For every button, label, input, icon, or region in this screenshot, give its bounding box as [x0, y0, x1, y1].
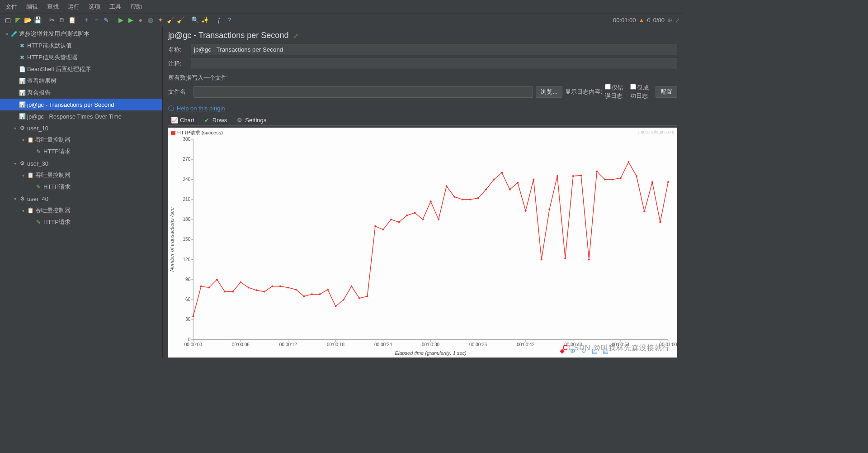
tree-item[interactable]: ▾ 📋 吞吐量控制器	[0, 134, 162, 146]
tree-item[interactable]: ✖ HTTP信息头管理器	[0, 52, 162, 63]
tree-icon: ✎	[34, 219, 42, 225]
search-icon[interactable]: 🔍	[191, 16, 199, 24]
tree-label: HTTP请求默认值	[26, 42, 72, 50]
svg-point-102	[620, 177, 622, 179]
tree-twisty[interactable]: ▾	[4, 32, 10, 37]
tree-label: HTTP请求	[42, 148, 71, 156]
tree-twisty[interactable]: ▾	[20, 208, 26, 213]
tree-item[interactable]: ▾ ⚙ user_10	[0, 122, 162, 134]
tree-item[interactable]: ▾ ⚙ user_40	[0, 193, 162, 205]
tree-twisty[interactable]: ▾	[12, 161, 18, 166]
tree-label: user_40	[26, 196, 48, 202]
warning-icon[interactable]: ▲	[639, 17, 645, 24]
tree-item[interactable]: ▾ 📋 吞吐量控制器	[0, 169, 162, 181]
config-button[interactable]: 配置	[656, 86, 677, 98]
file-input[interactable]	[193, 86, 533, 98]
cut-icon[interactable]: ✂	[48, 16, 56, 24]
plus-icon[interactable]: ＋	[82, 16, 90, 24]
tree-item[interactable]: 📊 jp@gc - Transactions per Second	[0, 99, 162, 110]
expand-panel-icon[interactable]: ⤢	[293, 32, 298, 39]
svg-point-89	[517, 182, 519, 184]
tree-icon: 📄	[18, 66, 26, 72]
play-icon[interactable]: ▶	[117, 16, 125, 24]
help-link[interactable]: Help on this plugin	[177, 105, 225, 112]
chart-btn-3[interactable]: ↻	[580, 347, 588, 355]
content-panel: jp@gc - Transactions per Second ⤢ 名称: 注释…	[163, 26, 683, 358]
tree-item[interactable]: ▾ ⚙ user_30	[0, 157, 162, 169]
tree-twisty[interactable]: ▾	[20, 173, 26, 178]
name-input[interactable]	[191, 44, 677, 55]
tree-item[interactable]: ▾ 🧪 逐步递增并发用户测试脚本	[0, 28, 162, 40]
svg-text:00:00:30: 00:00:30	[422, 342, 439, 347]
svg-text:00:00:18: 00:00:18	[327, 342, 344, 347]
menu-选项[interactable]: 选项	[85, 1, 104, 13]
tree-item[interactable]: ✎ HTTP请求	[0, 216, 162, 228]
chart-tab-icon: 📈	[171, 116, 178, 124]
expand-icon[interactable]: ⤢	[675, 17, 680, 24]
minus-icon[interactable]: －	[92, 16, 100, 24]
globe-icon[interactable]: ⊕	[667, 17, 672, 24]
menu-查找[interactable]: 查找	[43, 1, 62, 13]
legend-label: HTTP请求 (success)	[177, 129, 223, 136]
function-icon[interactable]: ƒ	[215, 16, 223, 24]
tab-rows[interactable]: ✔ Rows	[201, 114, 230, 125]
svg-point-108	[667, 181, 669, 183]
comment-label: 注释:	[168, 60, 191, 68]
copy-icon[interactable]: ⧉	[58, 16, 66, 24]
tree-twisty[interactable]: ▾	[12, 196, 18, 201]
svg-text:00:00:42: 00:00:42	[517, 342, 534, 347]
svg-text:30: 30	[185, 317, 190, 322]
tree-icon: 📋	[26, 172, 34, 178]
file-label: 文件名	[168, 88, 191, 96]
help-icon[interactable]: ?	[225, 16, 233, 24]
save-icon[interactable]: 💾	[33, 16, 42, 24]
chart-btn-5[interactable]: ▦	[601, 347, 609, 355]
chart-btn-2[interactable]: ⊕	[569, 347, 577, 355]
template-icon[interactable]: ◩	[14, 16, 22, 24]
tree-item[interactable]: 📄 BeanShell 后置处理程序	[0, 63, 162, 75]
paste-icon[interactable]: 📋	[68, 16, 76, 24]
clear-all-icon[interactable]: 🧹	[176, 16, 184, 24]
chart-btn-4[interactable]: ▤	[590, 347, 599, 355]
svg-text:150: 150	[183, 237, 190, 242]
svg-point-81	[453, 196, 455, 198]
svg-point-79	[438, 219, 439, 220]
tree-label: user_10	[26, 125, 48, 132]
svg-text:300: 300	[183, 137, 190, 142]
svg-text:00:00:24: 00:00:24	[374, 342, 392, 347]
menu-工具[interactable]: 工具	[106, 1, 125, 13]
menu-运行[interactable]: 运行	[64, 1, 83, 13]
svg-point-51	[216, 279, 218, 281]
tree-twisty[interactable]: ▾	[20, 138, 26, 143]
tree-item[interactable]: ✖ HTTP请求默认值	[0, 40, 162, 52]
tree-item[interactable]: 📊 聚合报告	[0, 87, 162, 99]
stop-icon[interactable]: ●	[137, 16, 145, 24]
tab-chart[interactable]: 📈 Chart	[168, 114, 197, 125]
menu-文件[interactable]: 文件	[2, 1, 21, 13]
toggle-icon[interactable]: ✎	[102, 16, 110, 24]
only-errors-checkbox[interactable]: 仅错误日志	[605, 84, 627, 100]
tree-item[interactable]: 📊 jp@gc - Response Times Over Time	[0, 110, 162, 122]
clear-icon[interactable]: 🧹	[166, 16, 175, 24]
shutdown-icon[interactable]: ◍	[146, 16, 155, 24]
reset-search-icon[interactable]: ✨	[201, 16, 209, 24]
tab-settings[interactable]: ⚙ Settings	[233, 114, 269, 125]
tree-item[interactable]: 📊 查看结果树	[0, 75, 162, 87]
svg-point-86	[493, 178, 495, 180]
remote-stop-icon[interactable]: ✦	[156, 16, 165, 24]
only-success-checkbox[interactable]: 仅成功日志	[630, 84, 653, 100]
comment-input[interactable]	[191, 58, 677, 69]
menu-编辑[interactable]: 编辑	[23, 1, 42, 13]
svg-point-107	[659, 221, 661, 223]
menu-帮助[interactable]: 帮助	[127, 1, 146, 13]
warning-count: 0	[647, 17, 650, 24]
tree-item[interactable]: ✎ HTTP请求	[0, 146, 162, 157]
chart-btn-1[interactable]: ◆	[558, 347, 566, 355]
new-icon[interactable]: ▢	[4, 16, 12, 24]
play-no-timer-icon[interactable]: ▶	[127, 16, 135, 24]
browse-button[interactable]: 浏览...	[536, 86, 562, 98]
tree-item[interactable]: ✎ HTTP请求	[0, 181, 162, 193]
open-icon[interactable]: 📂	[24, 16, 32, 24]
tree-item[interactable]: ▾ 📋 吞吐量控制器	[0, 205, 162, 216]
tree-twisty[interactable]: ▾	[12, 126, 18, 131]
